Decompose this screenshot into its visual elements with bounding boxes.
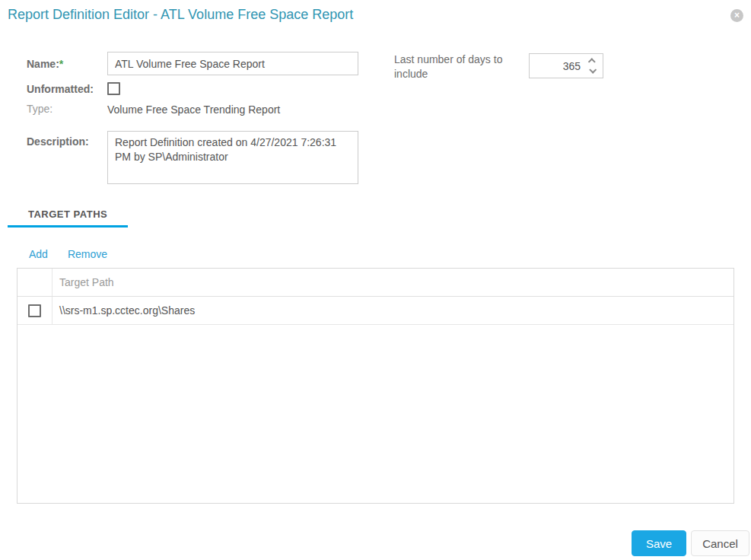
remove-link[interactable]: Remove [68,248,107,260]
dialog-title: Report Definition Editor - ATL Volume Fr… [8,7,353,23]
target-path-cell: \\srs-m1.sp.cctec.org\Shares [53,297,733,324]
header-checkbox-cell [18,269,53,296]
grid-toolbar: AddRemove [29,248,127,260]
target-paths-table: Target Path \\srs-m1.sp.cctec.org\Shares [17,268,734,504]
type-value: Volume Free Space Trending Report [107,103,280,116]
table-header-row: Target Path [18,269,733,297]
unformatted-label: Unformatted: [27,83,94,95]
days-input[interactable] [530,60,586,72]
description-textarea[interactable]: Report Definition created on 4/27/2021 7… [107,131,358,184]
close-icon[interactable]: × [730,9,743,22]
spinner-down-icon[interactable] [589,66,597,74]
tab-target-paths[interactable]: TARGET PATHS [8,202,128,228]
row-checkbox[interactable] [28,304,41,317]
cancel-button[interactable]: Cancel [691,530,749,556]
save-button[interactable]: Save [632,530,686,556]
required-marker: * [59,58,63,70]
days-label: Last number of days to include [394,52,523,81]
table-row[interactable]: \\srs-m1.sp.cctec.org\Shares [18,297,733,325]
spinner-arrows [586,59,603,73]
tabstrip: TARGET PATHS [8,202,128,228]
days-spinner [529,53,603,78]
unformatted-checkbox[interactable] [107,82,120,95]
type-label: Type: [27,103,53,115]
add-link[interactable]: Add [29,248,48,260]
name-input[interactable] [107,52,358,75]
target-path-column-header: Target Path [53,269,733,296]
spinner-up-icon[interactable] [587,58,595,65]
description-label: Description: [27,135,89,148]
name-label: Name:* [27,58,63,70]
report-definition-editor-dialog: Report Definition Editor - ATL Volume Fr… [0,0,751,560]
row-checkbox-cell [18,297,53,324]
